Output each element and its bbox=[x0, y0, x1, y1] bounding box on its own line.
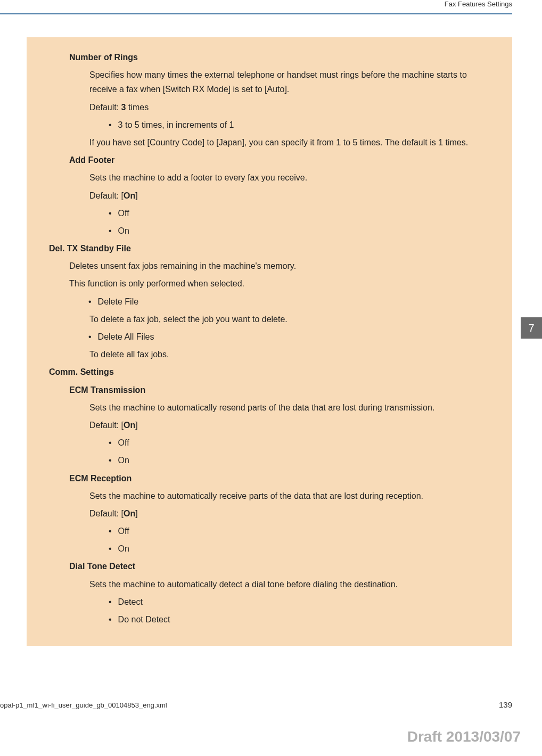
add-footer-desc: Sets the machine to add a footer to ever… bbox=[89, 170, 496, 185]
ecmtx-default-value: On bbox=[124, 421, 135, 430]
ecm-rx-title: ECM Reception bbox=[69, 471, 496, 486]
del-tx-desc1: Deletes unsent fax jobs remaining in the… bbox=[69, 259, 496, 273]
ecm-rx-desc: Sets the machine to automatically receiv… bbox=[89, 489, 496, 503]
nor-note: If you have set [Country Code] to [Japan… bbox=[89, 135, 496, 150]
ecmtx-default-prefix: Default: [ bbox=[89, 421, 124, 430]
af-opt2: On bbox=[110, 224, 496, 238]
del-tx-opt1-desc: To delete a fax job, select the job you … bbox=[89, 312, 496, 326]
nor-default-prefix: Default: bbox=[89, 103, 121, 112]
ecmrx-opt2-text: On bbox=[118, 541, 129, 556]
number-of-rings-default: Default: 3 times bbox=[89, 100, 496, 114]
footer-filename: opal-p1_mf1_wi-fi_user_guide_gb_00104853… bbox=[0, 701, 167, 709]
af-opt1: Off bbox=[110, 206, 496, 220]
chapter-tab: 7 bbox=[521, 317, 542, 339]
del-tx-title: Del. TX Standby File bbox=[49, 241, 496, 256]
nor-default-suffix: times bbox=[126, 103, 149, 112]
ecmrx-default-value: On bbox=[124, 509, 135, 518]
ecmtx-opt1: Off bbox=[110, 435, 496, 450]
number-of-rings-desc: Specifies how many times the external te… bbox=[89, 68, 496, 96]
ecmrx-default-suffix: ] bbox=[135, 509, 137, 518]
draft-watermark: Draft 2013/03/07 bbox=[407, 728, 521, 745]
ecmrx-opt2: On bbox=[110, 541, 496, 556]
add-footer-default: Default: [On] bbox=[89, 188, 496, 203]
ecmrx-opt1: Off bbox=[110, 524, 496, 538]
dt-opt2: Do not Detect bbox=[110, 612, 496, 627]
af-default-suffix: ] bbox=[135, 191, 137, 200]
del-tx-opt2: Delete All Files bbox=[89, 330, 496, 344]
dt-opt1: Detect bbox=[110, 595, 496, 609]
ecm-tx-title: ECM Transmission bbox=[69, 383, 496, 397]
del-tx-opt1-text: Delete File bbox=[98, 294, 138, 309]
number-of-rings-title: Number of Rings bbox=[69, 50, 496, 64]
af-opt1-text: Off bbox=[118, 206, 129, 220]
af-opt2-text: On bbox=[118, 224, 129, 238]
ecmtx-opt2-text: On bbox=[118, 453, 129, 467]
comm-title: Comm. Settings bbox=[49, 365, 496, 379]
dt-opt2-text: Do not Detect bbox=[118, 612, 170, 627]
dial-tone-desc: Sets the machine to automatically detect… bbox=[89, 577, 496, 591]
dial-tone-title: Dial Tone Detect bbox=[69, 559, 496, 573]
page-number: 139 bbox=[499, 700, 512, 709]
add-footer-title: Add Footer bbox=[69, 153, 496, 167]
ecmrx-opt1-text: Off bbox=[118, 524, 129, 538]
ecmtx-opt2: On bbox=[110, 453, 496, 467]
nor-bullet-1: 3 to 5 times, in increments of 1 bbox=[110, 118, 496, 132]
ecm-rx-default: Default: [On] bbox=[89, 506, 496, 521]
header-section-title: Fax Features Settings bbox=[445, 0, 512, 8]
af-default-value: On bbox=[124, 191, 135, 200]
del-tx-opt2-text: Delete All Files bbox=[98, 330, 154, 344]
nor-default-value: 3 bbox=[121, 103, 126, 112]
ecm-tx-desc: Sets the machine to automatically resend… bbox=[89, 400, 496, 415]
del-tx-desc2: This function is only performed when sel… bbox=[69, 276, 496, 291]
header-rule bbox=[0, 13, 512, 14]
del-tx-opt2-desc: To delete all fax jobs. bbox=[89, 347, 496, 361]
ecmtx-opt1-text: Off bbox=[118, 435, 129, 450]
af-default-prefix: Default: [ bbox=[89, 191, 124, 200]
del-tx-opt1: Delete File bbox=[89, 294, 496, 309]
ecmtx-default-suffix: ] bbox=[135, 421, 137, 430]
nor-bullet-1-text: 3 to 5 times, in increments of 1 bbox=[118, 118, 234, 132]
ecmrx-default-prefix: Default: [ bbox=[89, 509, 124, 518]
dt-opt1-text: Detect bbox=[118, 595, 143, 609]
content-panel: Number of Rings Specifies how many times… bbox=[27, 37, 512, 646]
ecm-tx-default: Default: [On] bbox=[89, 418, 496, 432]
